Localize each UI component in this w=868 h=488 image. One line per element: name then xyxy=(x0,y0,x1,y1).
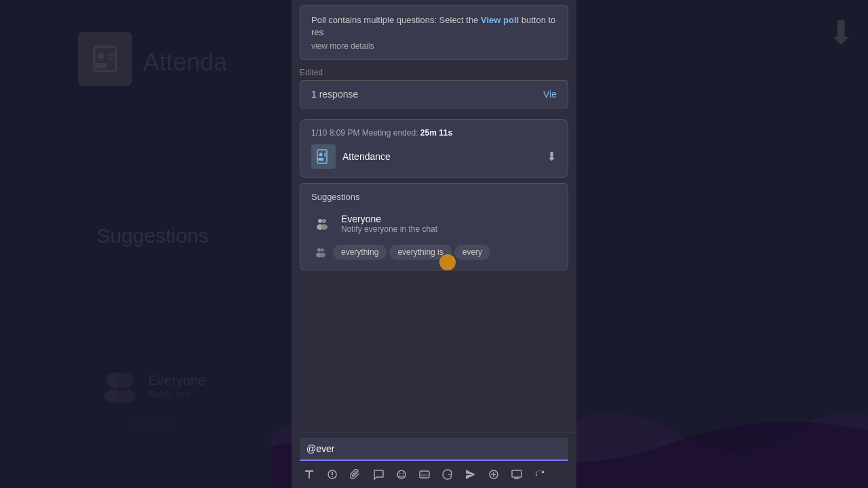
response-card: 1 response Vie xyxy=(300,80,568,108)
svg-rect-3 xyxy=(108,54,115,56)
everyone-description: Notify everyone in the chat xyxy=(341,224,557,234)
svg-point-10 xyxy=(319,153,323,157)
svg-rect-9 xyxy=(317,150,327,163)
svg-point-26 xyxy=(399,473,401,474)
priority-button[interactable] xyxy=(323,465,342,484)
chat-messages: Poll contains multiple questions: Select… xyxy=(292,0,576,432)
suggestions-dropdown: Suggestions Everyone Notify everyone in … xyxy=(300,183,568,270)
svg-rect-12 xyxy=(324,153,326,155)
background-left-panel: Attenda Suggestions Everyone Notify eve xyxy=(0,0,305,488)
everyone-suggestion-item[interactable]: Everyone Notify everyone in the chat xyxy=(300,207,568,240)
svg-rect-13 xyxy=(324,155,326,157)
loop-button[interactable] xyxy=(484,465,503,484)
send-button[interactable] xyxy=(461,465,480,484)
svg-point-24 xyxy=(332,476,333,477)
emoji-button[interactable] xyxy=(392,465,411,484)
attach-button[interactable] xyxy=(346,465,365,484)
bg-download-icon: ⬇ xyxy=(827,14,854,52)
chip-everything[interactable]: everything xyxy=(333,245,387,260)
attendance-row: Attendance ⬇ xyxy=(311,144,557,169)
everyone-text-block: Everyone Notify everyone in the chat xyxy=(341,214,557,234)
attendance-label: Attendance xyxy=(342,151,540,162)
meeting-separator: Meeting ended: xyxy=(362,128,420,138)
svg-point-1 xyxy=(98,53,104,60)
meeting-time: 1/10 8:09 PM xyxy=(311,128,359,138)
view-response-button[interactable]: Vie xyxy=(543,89,557,100)
attendance-file-icon xyxy=(311,144,336,169)
message-input[interactable] xyxy=(300,438,568,461)
everyone-name: Everyone xyxy=(341,214,557,224)
svg-point-21 xyxy=(319,253,325,258)
attendance-download-button[interactable]: ⬇ xyxy=(547,149,557,164)
whiteboard-button[interactable] xyxy=(507,465,526,484)
chip-everything-is[interactable]: everything is xyxy=(389,245,451,260)
view-poll-link[interactable]: View poll xyxy=(481,15,519,25)
svg-rect-2 xyxy=(96,63,106,68)
svg-rect-11 xyxy=(318,158,323,161)
svg-point-8 xyxy=(115,390,136,403)
svg-point-14 xyxy=(318,219,322,223)
gif-button[interactable]: GIF xyxy=(415,465,434,484)
bg-everyone-block: Everyone Notify eve everything xyxy=(100,365,206,429)
input-bar: GIF xyxy=(292,432,576,488)
svg-rect-23 xyxy=(332,472,333,475)
svg-rect-33 xyxy=(512,470,521,477)
svg-point-27 xyxy=(403,473,404,474)
response-count: 1 response xyxy=(311,89,358,100)
chip-every[interactable]: every xyxy=(454,245,490,260)
svg-point-19 xyxy=(321,249,324,252)
chat-panel: Poll contains multiple questions: Select… xyxy=(292,0,576,488)
bg-attendance-icon xyxy=(78,32,132,86)
bg-suggestions-text: Suggestions xyxy=(96,224,208,247)
suggestion-chip-icon xyxy=(311,243,330,262)
edited-label: Edited xyxy=(292,65,576,77)
poll-subtext: view more details xyxy=(311,41,557,51)
format-button[interactable] xyxy=(300,465,319,484)
sticker-button[interactable] xyxy=(438,465,457,484)
meeting-card: 1/10 8:09 PM Meeting ended: 25m 11s Atte… xyxy=(300,119,568,178)
message-button[interactable] xyxy=(369,465,388,484)
toolbar-row: GIF xyxy=(300,461,568,485)
meeting-time-row: 1/10 8:09 PM Meeting ended: 25m 11s xyxy=(311,128,557,138)
svg-point-6 xyxy=(117,372,134,388)
meeting-duration: 25m 11s xyxy=(420,128,452,138)
suggestion-chips-row: everything everything is every xyxy=(300,240,568,264)
svg-point-15 xyxy=(322,219,326,223)
everyone-icon xyxy=(311,213,333,235)
bg-attendance-text: Attenda xyxy=(143,48,227,77)
refresh-button[interactable] xyxy=(530,465,549,484)
svg-point-17 xyxy=(321,224,328,230)
svg-rect-4 xyxy=(108,58,113,60)
svg-text:GIF: GIF xyxy=(421,473,428,477)
suggestions-label: Suggestions xyxy=(300,192,568,207)
poll-card: Poll contains multiple questions: Select… xyxy=(300,5,568,60)
svg-point-18 xyxy=(317,249,321,252)
poll-text: Poll contains multiple questions: Select… xyxy=(311,14,557,39)
bg-attendance-block: Attenda xyxy=(78,32,227,93)
